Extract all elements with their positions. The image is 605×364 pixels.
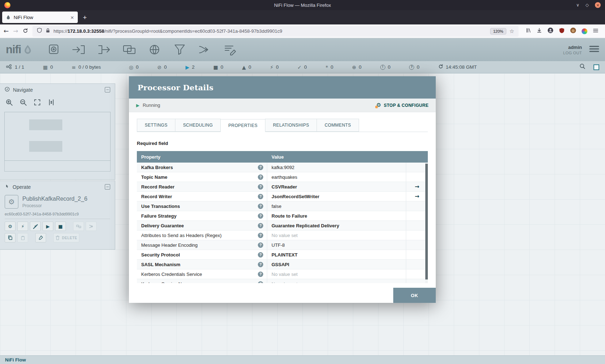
back-icon[interactable]: ← [4, 28, 9, 34]
help-icon[interactable]: ? [258, 252, 263, 258]
new-tab-button[interactable]: + [79, 14, 90, 21]
output-port-icon[interactable] [96, 42, 112, 58]
tab-scheduling[interactable]: SCHEDULING [175, 119, 221, 132]
refresh-icon[interactable] [438, 64, 443, 70]
remote-process-group-icon[interactable] [147, 42, 162, 58]
help-icon[interactable]: ? [258, 213, 263, 219]
help-icon[interactable]: ? [258, 281, 263, 283]
browser-tab[interactable]: NiFi Flow × [2, 12, 78, 23]
table-row[interactable]: Record Reader? CSVReader → [137, 182, 428, 192]
table-row[interactable]: Kerberos Service Name? No value set [137, 279, 428, 283]
forward-icon[interactable]: → [13, 28, 18, 34]
funnel-icon[interactable] [172, 42, 188, 58]
property-value[interactable]: PLAINTEXT [272, 252, 297, 258]
scrollbar-thumb[interactable] [425, 164, 428, 279]
tab-properties[interactable]: PROPERTIES [220, 119, 265, 132]
help-icon[interactable]: ? [258, 272, 263, 277]
table-row[interactable]: Attributes to Send as Headers (Regex)? N… [137, 231, 428, 240]
copy-button[interactable] [5, 233, 15, 242]
collapse-icon[interactable]: − [105, 87, 110, 92]
table-row[interactable]: Use Transactions? false [137, 201, 428, 211]
reload-icon[interactable] [23, 28, 28, 35]
process-group-icon[interactable] [121, 42, 137, 58]
delete-button[interactable]: DELETE [53, 233, 79, 242]
downloads-icon[interactable] [537, 28, 542, 35]
property-value[interactable]: No value set [272, 272, 297, 277]
property-value[interactable]: earthquakes [272, 174, 297, 180]
table-row[interactable]: Topic Name? earthquakes [137, 172, 428, 182]
flow-canvas[interactable]: Navigate − [0, 73, 605, 355]
zoom-in-icon[interactable] [5, 99, 13, 108]
navigate-panel-header[interactable]: Navigate − [0, 84, 115, 96]
operate-panel-header[interactable]: Operate − [0, 181, 115, 193]
tab-settings[interactable]: SETTINGS [137, 119, 175, 132]
property-value[interactable]: UTF-8 [272, 242, 285, 248]
account-icon[interactable] [547, 27, 554, 35]
property-value[interactable]: No value set [272, 233, 297, 238]
table-row[interactable]: Delivery Guarantee? Guarantee Replicated… [137, 221, 428, 231]
processor-icon[interactable] [46, 42, 62, 58]
help-icon[interactable]: ? [258, 223, 263, 228]
property-value[interactable]: No value set [272, 281, 297, 283]
paste-button[interactable] [17, 233, 28, 242]
help-icon[interactable]: ? [258, 174, 263, 180]
stop-and-configure-button[interactable]: ⚙ STOP & CONFIGURE [376, 103, 429, 108]
group-button[interactable] [73, 222, 84, 231]
help-icon[interactable]: ? [258, 194, 263, 199]
input-port-icon[interactable] [71, 42, 87, 58]
url-text[interactable]: https://172.18.0.3:32558/nifi/?processGr… [54, 28, 487, 34]
table-scrollbar[interactable] [425, 163, 428, 283]
help-icon[interactable]: ? [258, 233, 263, 238]
lock-icon[interactable] [45, 28, 50, 35]
birdseye-minimap[interactable] [4, 112, 111, 172]
disable-button[interactable]: ⚡ [30, 222, 41, 231]
table-row[interactable]: Message Header Encoding? UTF-8 [137, 240, 428, 250]
property-value[interactable]: false [272, 204, 281, 209]
property-value[interactable]: CSVReader [272, 184, 297, 190]
window-close-button[interactable]: × [595, 2, 601, 8]
window-maximize-button[interactable]: ◇ [586, 3, 589, 8]
window-minimize-button[interactable]: ∨ [576, 3, 579, 8]
change-color-button[interactable] [35, 233, 46, 242]
configure-button[interactable]: ⚙ [5, 222, 15, 231]
property-value[interactable]: Guarantee Replicated Delivery [272, 223, 339, 228]
tab-close-icon[interactable]: × [70, 15, 74, 20]
ublock-extension-icon[interactable] [559, 28, 565, 35]
table-row[interactable]: Kerberos Credentials Service? No value s… [137, 269, 428, 279]
property-value[interactable]: Route to Failure [272, 213, 307, 219]
table-row[interactable]: SASL Mechanism? GSSAPI [137, 260, 428, 269]
ok-button[interactable]: OK [393, 288, 436, 303]
go-to-service-icon[interactable]: → [415, 193, 420, 200]
zoom-out-icon[interactable] [19, 99, 27, 108]
help-icon[interactable]: ? [258, 262, 263, 267]
table-row[interactable]: Kafka Brokers? kafka:9092 [137, 163, 428, 172]
stop-button[interactable]: ■ [55, 222, 66, 231]
menu-icon[interactable] [593, 28, 599, 35]
logout-link[interactable]: LOG OUT [563, 51, 582, 55]
panel-toggle-icon[interactable] [593, 64, 599, 70]
breadcrumb[interactable]: NiFi Flow [5, 357, 26, 363]
url-bar[interactable]: https://172.18.0.3:32558/nifi/?processGr… [32, 26, 519, 37]
enable-button[interactable]: ⚡ [17, 222, 28, 231]
create-template-button[interactable] [86, 222, 97, 231]
table-row[interactable]: Failure Strategy? Route to Failure [137, 211, 428, 221]
collapse-icon[interactable]: − [105, 184, 110, 190]
property-value[interactable]: JsonRecordSetWriter [272, 194, 319, 199]
label-icon[interactable] [222, 42, 238, 58]
bookmark-star-icon[interactable]: ☆ [510, 28, 514, 35]
zoom-fit-icon[interactable] [33, 99, 41, 108]
library-icon[interactable] [526, 28, 531, 35]
help-icon[interactable]: ? [258, 184, 263, 190]
zoom-actual-icon[interactable] [48, 99, 55, 108]
zoom-indicator[interactable]: 120% [490, 28, 506, 35]
table-row[interactable]: Record Writer? JsonRecordSetWriter → [137, 192, 428, 201]
help-icon[interactable]: ? [258, 204, 263, 209]
property-value[interactable]: GSSAPI [272, 262, 289, 267]
help-icon[interactable]: ? [258, 242, 263, 248]
global-menu-icon[interactable] [589, 45, 599, 54]
monkey-extension-icon[interactable] [570, 27, 576, 35]
go-to-service-icon[interactable]: → [415, 183, 420, 190]
help-icon[interactable]: ? [258, 165, 263, 170]
tab-relationships[interactable]: RELATIONSHIPS [265, 119, 317, 132]
search-icon[interactable] [579, 63, 586, 71]
